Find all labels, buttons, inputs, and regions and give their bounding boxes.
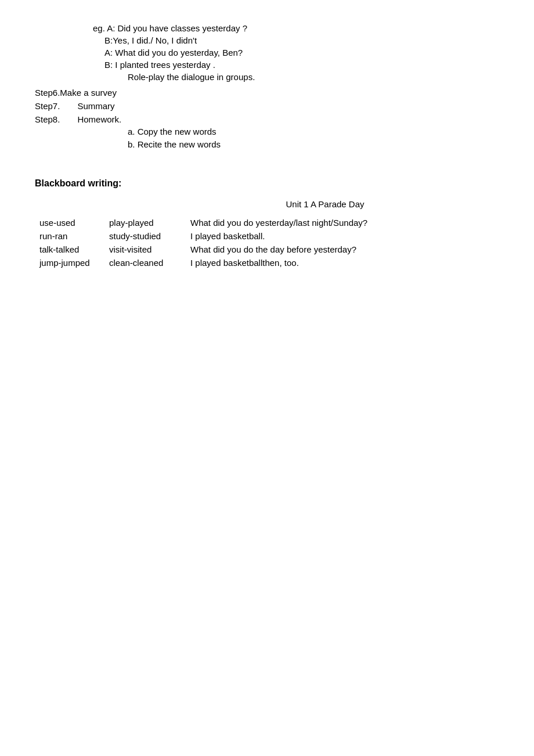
homework-item-b: b. Recite the new words [128,139,499,149]
blackboard-cell-col1-1: use-used [35,216,104,229]
blackboard-row-4: jump-jumpedclean-cleanedI played basketb… [35,256,499,269]
dialogue-line-4: B: I planted trees yesterday . [104,60,499,70]
step8-label: Step8. [35,114,60,124]
blackboard-row-3: talk-talkedvisit-visitedWhat did you do … [35,243,499,256]
blackboard-cell-col3-1: What did you do yesterday/last night/Sun… [186,216,499,229]
blackboard-cell-col1-4: jump-jumped [35,256,104,269]
dialogue-line-roleplay: Role-play the dialogue in groups. [128,72,499,82]
blackboard-title: Blackboard writing: [35,178,499,189]
blackboard-cell-col2-4: clean-cleaned [104,256,186,269]
blackboard-cell-col2-2: study-studied [104,229,186,243]
blackboard-cell-col2-1: play-played [104,216,186,229]
blackboard-cell-col3-4: I played basketballthen, too. [186,256,499,269]
step7-line: Step7. Summary [35,101,499,111]
blackboard-cell-col3-3: What did you do the day before yesterday… [186,243,499,256]
blackboard-cell-col3-2: I played basketball. [186,229,499,243]
step6-line: Step6.Make a survey [35,88,499,98]
step7-text: Summary [77,101,114,111]
step8-text: Homework. [77,114,121,124]
blackboard-cell-col1-2: run-ran [35,229,104,243]
homework-item-a: a. Copy the new words [128,127,499,136]
dialogue-line-1: eg. A: Did you have classes yesterday ? [93,23,499,33]
dialogue-section: eg. A: Did you have classes yesterday ? … [35,23,499,82]
blackboard-row-1: use-usedplay-playedWhat did you do yeste… [35,216,499,229]
step8-line: Step8. Homework. [35,114,499,124]
dialogue-line-2: B:Yes, I did./ No, I didn't [104,35,499,45]
blackboard-header: Unit 1 A Parade Day [151,199,499,209]
content-area: eg. A: Did you have classes yesterday ? … [35,23,499,269]
blackboard-table: use-usedplay-playedWhat did you do yeste… [35,216,499,269]
blackboard-cell-col2-3: visit-visited [104,243,186,256]
blackboard-row-2: run-ranstudy-studiedI played basketball. [35,229,499,243]
blackboard-section: Blackboard writing: Unit 1 A Parade Day … [35,178,499,269]
blackboard-cell-col1-3: talk-talked [35,243,104,256]
dialogue-line-3: A: What did you do yesterday, Ben? [104,48,499,57]
step7-label: Step7. [35,101,60,111]
